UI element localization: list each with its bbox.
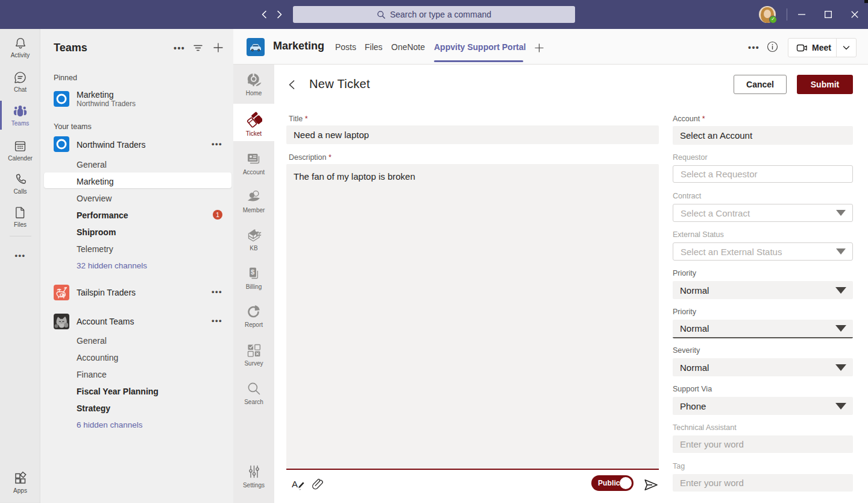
svg-text:$: $ (251, 268, 254, 276)
svg-text:A: A (292, 479, 298, 489)
